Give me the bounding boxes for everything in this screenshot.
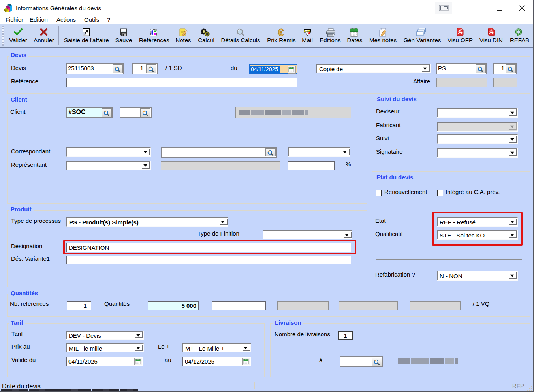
svg-text:€: € [278, 27, 284, 38]
